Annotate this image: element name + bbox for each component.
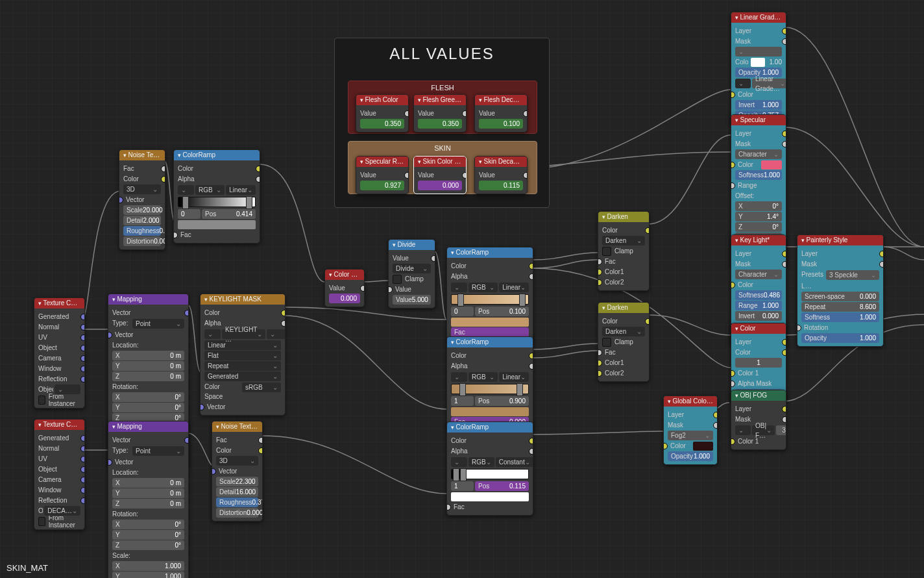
image-datablock-icon[interactable] xyxy=(204,329,221,339)
frame-skin-title: SKIN xyxy=(348,142,537,155)
frame-flesh-title: FLESH xyxy=(348,81,537,94)
node-darken-1[interactable]: Darken Color Darken Clamp Fac Color1 Col… xyxy=(598,211,650,291)
image-icon[interactable] xyxy=(735,79,751,88)
node-skin-decay[interactable]: Skin Decay Spread Value 0.115 xyxy=(474,156,528,194)
node-skin-color-change[interactable]: Skin Color Change Value 0.000 xyxy=(413,156,467,194)
node-darken-2[interactable]: Darken Color Darken Clamp Fac Color1 Col… xyxy=(598,302,650,382)
node-header[interactable]: Flesh Color xyxy=(356,95,408,105)
node-colorramp-2[interactable]: ColorRamp Color Alpha RGBLinear 0Pos0.10… xyxy=(446,247,533,341)
material-name: SKIN_MAT xyxy=(6,563,48,573)
node-mapping-2[interactable]: Mapping Vector Type:Point Vector Locatio… xyxy=(108,421,189,578)
node-noise-texture-1[interactable]: Noise Texture Fac Color 3D Vector Scale2… xyxy=(119,149,165,250)
node-colorramp-3[interactable]: ColorRamp Color Alpha RGBLinear 1Pos0.90… xyxy=(446,336,533,431)
node-painterly-style[interactable]: Painterly Style Layer Mask Presets3 Spec… xyxy=(797,234,884,347)
node-noise-texture-2[interactable]: Noise Texture Fac Color 3D Vector Scale2… xyxy=(212,421,263,521)
node-editor-canvas[interactable]: ALL VALUES FLESH SKIN Flesh Color Value … xyxy=(0,0,924,578)
node-texco-2[interactable]: Texture Coordinate Generated Normal UV O… xyxy=(34,419,85,530)
node-ob-fog[interactable]: OB| FOG Layer Mask OB| F…3 Color 1 xyxy=(731,390,786,450)
node-colorramp-4[interactable]: ColorRamp Color Alpha RGBConstant 1Pos0.… xyxy=(446,421,533,516)
value-field[interactable]: 0.350 xyxy=(360,119,404,129)
node-flesh-color[interactable]: Flesh Color Value 0.350 xyxy=(356,94,409,132)
node-color-change-2[interactable]: Color Change/2 Value 0.000 xyxy=(324,269,365,307)
node-flesh-decay[interactable]: Flesh Decay Spread Value 0.100 xyxy=(474,94,528,132)
object-icon[interactable] xyxy=(735,425,751,435)
dim-dropdown[interactable]: 3D xyxy=(123,184,161,194)
node-keylight-mask[interactable]: KEYLIGHT MASK Color Alpha KEYLIGHT … Lin… xyxy=(200,294,286,416)
frame-title: ALL VALUES xyxy=(335,38,549,69)
ramp-gradient[interactable] xyxy=(178,197,256,207)
node-flesh-green[interactable]: Flesh Green Spread Value 0.350 xyxy=(413,94,467,132)
node-spec-range[interactable]: Specular Range Value 0.927 xyxy=(356,156,409,194)
node-divide[interactable]: Divide Value Divide Clamp Value Value5.0… xyxy=(388,239,435,308)
node-linear-gradient[interactable]: Linear Gradient* Layer Mask Color:1.00 O… xyxy=(731,12,786,124)
node-global-color[interactable]: Global Color* [Fog2] Layer Mask Fog2 Col… xyxy=(663,396,718,465)
node-texco-1[interactable]: Texture Coordinate Generated Normal UV O… xyxy=(34,297,85,408)
socket-out[interactable] xyxy=(404,110,409,117)
node-colorramp-1[interactable]: ColorRamp Color Alpha RGBLinear 0Pos0.41… xyxy=(173,149,260,244)
